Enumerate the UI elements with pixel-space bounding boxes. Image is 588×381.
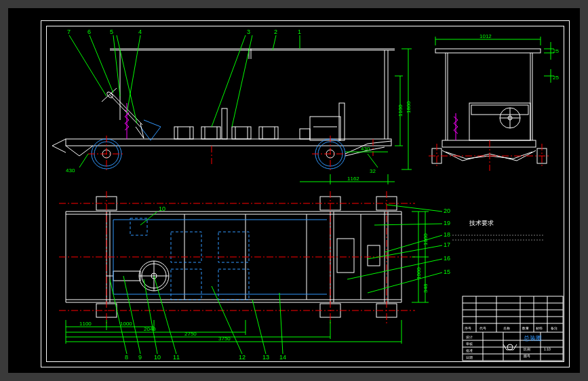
callout-3: 3 — [247, 28, 250, 35]
callout-9: 9 — [138, 354, 142, 361]
callout-18: 18 — [444, 231, 450, 238]
callout-17: 17 — [444, 241, 450, 248]
dim-plan-r2: 348 — [423, 283, 429, 293]
svg-line-157 — [140, 212, 157, 225]
callout-2: 2 — [274, 28, 277, 35]
tb-col-2: 名称 — [503, 326, 510, 330]
svg-line-55 — [273, 35, 276, 50]
callout-15: 15 — [444, 268, 450, 275]
svg-rect-117 — [113, 271, 140, 281]
tb-col-3: 数量 — [522, 326, 529, 330]
tb-col-0: 序号 — [465, 326, 471, 330]
front-view: 1012 25 25 — [429, 33, 559, 171]
svg-rect-122 — [218, 269, 249, 300]
callout-6: 6 — [87, 28, 91, 35]
dim-side-tire-small: 32 — [370, 168, 376, 174]
svg-rect-119 — [171, 232, 201, 262]
callout-13: 13 — [262, 354, 269, 361]
cad-canvas: 1800 1100 1162 430 32 430 1 2 3 4 — [8, 8, 580, 373]
svg-line-8 — [110, 95, 140, 127]
dim-front-h2: 25 — [553, 75, 559, 81]
callout-7: 7 — [67, 28, 71, 35]
dim-plan-l2: 2750 — [184, 331, 197, 337]
title-block: 序号 代号 名称 数量 材料 备注 设计 审核 批准 日期 总装图 比例 1:1… — [463, 296, 563, 361]
svg-line-61 — [90, 35, 113, 93]
dim-plan-l3: 3750 — [218, 336, 231, 342]
svg-rect-13 — [174, 127, 193, 139]
svg-line-155 — [252, 300, 266, 354]
tb-scale-val: 1:10 — [544, 347, 551, 351]
svg-rect-70 — [471, 105, 528, 115]
svg-rect-16 — [259, 127, 278, 139]
callout-between: 10 — [159, 205, 165, 212]
callout-10: 10 — [154, 354, 161, 361]
callout-4: 4 — [138, 28, 142, 35]
svg-rect-15 — [232, 127, 251, 139]
dim-front-width: 1012 — [479, 33, 492, 39]
svg-rect-26 — [339, 103, 345, 140]
svg-rect-14 — [201, 127, 220, 139]
dim-front-h1: 25 — [553, 48, 559, 54]
tb-approve: 批准 — [466, 348, 473, 353]
svg-rect-69 — [469, 103, 530, 140]
top-plan-view: 1100 1000 2040 2750 3750 1000 348 1000 8… — [59, 191, 450, 361]
tb-partno-label: 图号 — [524, 354, 530, 358]
tb-design: 设计 — [466, 335, 473, 339]
tb-check: 审核 — [466, 342, 473, 346]
tb-scale-label: 比例 — [524, 347, 530, 351]
dim-plan-w2: 1000 — [120, 321, 132, 327]
tb-dwg-name: 总装图 — [523, 335, 542, 342]
dim-side-height-total: 1800 — [406, 101, 412, 113]
dim-plan-l1: 2040 — [144, 326, 156, 332]
callout-16: 16 — [444, 255, 450, 262]
svg-line-53 — [79, 154, 88, 167]
svg-line-158 — [368, 273, 442, 293]
tb-col-1: 代号 — [479, 326, 486, 330]
svg-rect-127 — [337, 239, 354, 273]
svg-rect-121 — [218, 232, 249, 262]
callout-11: 11 — [173, 354, 180, 361]
svg-rect-29 — [300, 129, 310, 139]
svg-rect-123 — [130, 218, 147, 235]
svg-line-154 — [212, 286, 242, 354]
svg-line-62 — [69, 35, 106, 96]
tb-date: 日期 — [466, 355, 473, 359]
callout-5: 5 — [110, 28, 113, 35]
callout-14: 14 — [279, 354, 286, 361]
svg-line-161 — [385, 235, 442, 252]
dim-side-wheelbase: 1162 — [347, 176, 359, 182]
svg-rect-63 — [435, 49, 541, 53]
annotation-area: 技术要求 — [452, 220, 544, 240]
callout-12: 12 — [239, 354, 246, 361]
svg-rect-28 — [222, 108, 227, 139]
dim-side-front-tire: 430 — [66, 167, 75, 174]
svg-line-153 — [154, 276, 176, 354]
side-elevation-view: 1800 1100 1162 430 32 430 1 2 3 4 — [52, 28, 412, 184]
dim-side-height-body: 1100 — [397, 104, 404, 117]
svg-line-150 — [110, 279, 127, 354]
svg-line-58 — [127, 35, 140, 113]
svg-rect-120 — [171, 269, 201, 300]
dim-plan-w1: 1100 — [79, 321, 92, 327]
tb-col-5: 备注 — [551, 326, 557, 330]
annotation-title: 技术要求 — [469, 220, 494, 226]
tb-col-4: 材料 — [535, 326, 543, 330]
dim-side-front-offset: 430 — [361, 146, 370, 152]
callout-19: 19 — [444, 220, 450, 226]
svg-line-151 — [123, 276, 140, 354]
svg-rect-128 — [368, 245, 380, 266]
callout-8: 8 — [125, 354, 128, 361]
drawing-svg: 1800 1100 1162 430 32 430 1 2 3 4 — [8, 8, 580, 373]
svg-rect-25 — [310, 117, 340, 140]
svg-rect-68 — [442, 140, 536, 147]
callout-20: 20 — [444, 207, 450, 214]
dim-plan-r1: 1000 — [416, 267, 422, 279]
callout-1: 1 — [298, 28, 301, 35]
